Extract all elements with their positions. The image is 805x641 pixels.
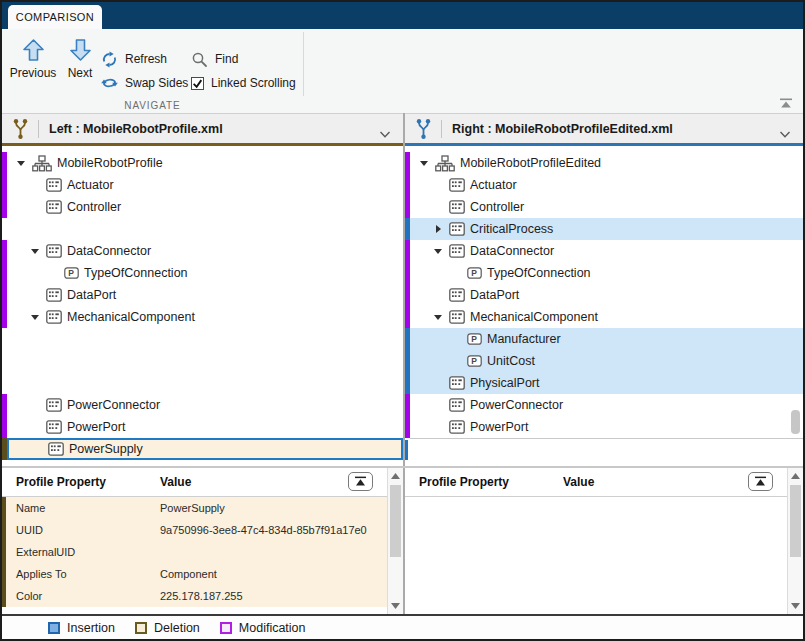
legend-item-deletion: Deletion <box>135 621 200 635</box>
find-button[interactable]: Find <box>191 49 238 69</box>
property-row[interactable]: ExternalUID <box>2 541 387 563</box>
scroll-up-button[interactable] <box>788 469 803 483</box>
left-table-body: NamePowerSupplyUUID9a750996-3ee8-47c4-83… <box>2 497 387 614</box>
property-name: UUID <box>16 524 43 536</box>
left-table-scrollbar[interactable] <box>387 468 403 614</box>
branch-merge-icon <box>11 117 30 141</box>
swap-icon <box>101 75 118 91</box>
search-icon <box>191 51 208 68</box>
right-file-dropdown[interactable]: Right : MobileRobotProfileEdited.xml <box>405 114 803 146</box>
property-row[interactable]: NamePowerSupply <box>2 497 387 519</box>
mod-change-bar <box>405 240 410 262</box>
property-icon: P <box>467 333 482 345</box>
collapse-table-button[interactable] <box>348 472 373 491</box>
tree-row[interactable]: PTypeOfConnection <box>405 262 803 284</box>
tree-row[interactable]: PowerConnector <box>405 394 803 416</box>
right-table-scrollbar[interactable] <box>787 468 803 614</box>
modification-swatch-icon <box>220 622 232 634</box>
tree-row[interactable]: Controller <box>405 196 803 218</box>
chevron-down-icon[interactable] <box>379 125 391 143</box>
chevron-down-icon[interactable] <box>779 125 791 143</box>
tab-comparison[interactable]: COMPARISON <box>8 5 102 29</box>
expander-open-icon[interactable] <box>432 246 444 256</box>
property-tables: Profile Property Value NamePowerSupplyUU… <box>2 466 803 614</box>
swap-sides-button-label: Swap Sides <box>125 76 188 90</box>
tree-row[interactable]: PTypeOfConnection <box>2 262 403 284</box>
property-icon: P <box>64 267 79 279</box>
tree-row[interactable]: Actuator <box>405 174 803 196</box>
next-button[interactable]: Next <box>59 37 101 80</box>
tree-item-label: Actuator <box>470 178 517 192</box>
property-value: PowerSupply <box>160 502 225 514</box>
arrow-up-icon <box>20 37 47 64</box>
ribbon-collapse-button[interactable] <box>777 97 795 110</box>
linked-scrolling-checkbox[interactable]: Linked Scrolling <box>191 73 296 93</box>
svg-text:P: P <box>471 356 477 366</box>
arrow-down-icon <box>67 37 94 64</box>
mod-change-bar <box>405 262 410 284</box>
tree-row[interactable]: PowerPort <box>2 416 403 438</box>
property-row[interactable]: UUID9a750996-3ee8-47c4-834d-85b7f91a17e0 <box>2 519 387 541</box>
expander-open-icon[interactable] <box>29 246 41 256</box>
left-file-dropdown[interactable]: Left : MobileRobotProfile.xml <box>2 114 403 146</box>
previous-button[interactable]: Previous <box>8 37 58 80</box>
refresh-icon <box>101 51 118 68</box>
tree-row[interactable]: Controller <box>2 196 403 218</box>
scroll-down-button[interactable] <box>388 599 403 613</box>
tab-comparison-label: COMPARISON <box>16 11 94 23</box>
tree-row-content: MechanicalComponent <box>410 306 803 328</box>
tree-row[interactable]: DataConnector <box>405 240 803 262</box>
property-row[interactable]: Applies ToComponent <box>2 563 387 585</box>
tree-row[interactable]: MobileRobotProfile <box>2 152 403 174</box>
property-row[interactable]: Color225.178.187.255 <box>2 585 387 607</box>
expander-open-icon[interactable] <box>29 312 41 322</box>
tree-row[interactable]: PManufacturer <box>405 328 803 350</box>
tree-row-blank <box>2 350 403 372</box>
refresh-button[interactable]: Refresh <box>101 49 167 69</box>
svg-text:P: P <box>471 268 477 278</box>
tree-row-content: CriticalProcess <box>410 218 803 240</box>
tree-row-content: PUnitCost <box>410 350 803 372</box>
stereotype-icon <box>46 420 62 434</box>
mod-change-bar <box>2 240 7 262</box>
tree-row[interactable]: PowerConnector <box>2 394 403 416</box>
scrollbar-thumb[interactable] <box>790 485 801 557</box>
stereotype-icon <box>449 200 465 214</box>
tree-row[interactable]: DataPort <box>405 284 803 306</box>
expander-open-icon[interactable] <box>418 158 430 168</box>
expander-closed-icon[interactable] <box>432 224 444 234</box>
tree-row[interactable]: MechanicalComponent <box>405 306 803 328</box>
profile-icon <box>435 155 455 172</box>
column-header-value: Value <box>160 475 191 489</box>
tree-row-blank <box>2 328 403 350</box>
tree-row[interactable]: PowerSupply <box>2 438 403 460</box>
tree-item-label: PowerSupply <box>69 442 143 456</box>
tree-item-label: PhysicalPort <box>470 376 539 390</box>
tree-row[interactable]: PowerPort <box>405 416 803 438</box>
column-header-value: Value <box>563 475 594 489</box>
expander-open-icon[interactable] <box>15 158 27 168</box>
tree-row-blank[interactable] <box>405 438 803 460</box>
tree-row[interactable]: MobileRobotProfileEdited <box>405 152 803 174</box>
scroll-down-button[interactable] <box>788 599 803 613</box>
tree-row[interactable]: DataPort <box>2 284 403 306</box>
tree-row-content <box>7 372 403 394</box>
tree-row-content: Actuator <box>7 174 403 196</box>
tree-row[interactable]: Actuator <box>2 174 403 196</box>
tree-item-label: Manufacturer <box>487 332 561 346</box>
stereotype-icon <box>46 200 62 214</box>
expander-open-icon[interactable] <box>432 312 444 322</box>
profile-icon <box>32 155 52 172</box>
right-table-body <box>405 497 787 614</box>
tree-row[interactable]: PhysicalPort <box>405 372 803 394</box>
swap-sides-button[interactable]: Swap Sides <box>101 73 188 93</box>
tree-row[interactable]: DataConnector <box>2 240 403 262</box>
scrollbar-thumb[interactable] <box>390 485 401 557</box>
refresh-button-label: Refresh <box>125 52 167 66</box>
tree-row[interactable]: PUnitCost <box>405 350 803 372</box>
tree-row-content: DataConnector <box>7 240 403 262</box>
scroll-up-button[interactable] <box>388 469 403 483</box>
tree-row[interactable]: CriticalProcess <box>405 218 803 240</box>
collapse-table-button[interactable] <box>748 472 773 491</box>
tree-row[interactable]: MechanicalComponent <box>2 306 403 328</box>
